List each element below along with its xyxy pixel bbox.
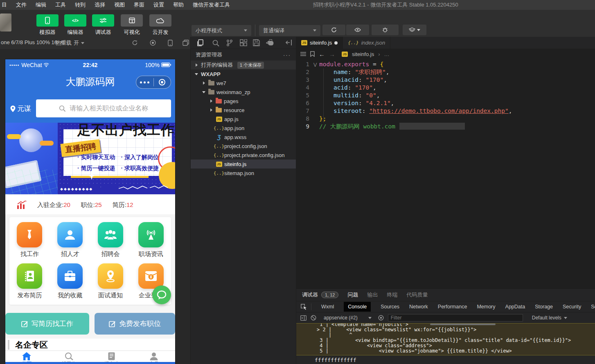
devtab-memory[interactable]: Memory [477,304,495,310]
menu-item-wechat-devtools[interactable]: 微信开发者工具 [193,1,230,9]
log-levels-select[interactable]: Default levels [532,315,567,321]
menu-item-partial[interactable]: 目 [2,1,7,9]
menu-item-file[interactable]: 文件 [16,1,27,9]
menu-item-view[interactable]: 视图 [114,1,125,9]
compile-mode-select[interactable]: 普通编译 [259,25,320,36]
tree-file-app-wxss[interactable]: Ʒ app.wxss [191,133,296,142]
outline-icon[interactable] [300,52,306,56]
device-frame-icon[interactable] [168,40,173,46]
collapse-sidebar-icon[interactable] [286,39,293,46]
devtab-sources[interactable]: Sources [381,304,399,310]
nav-forward-icon[interactable]: → [329,51,335,58]
problem-count-badge: 1, 12 [321,292,338,298]
menu-item-goto[interactable]: 转到 [75,1,86,9]
devtab-network[interactable]: Network [409,304,428,310]
more-actions-icon[interactable]: ··· [283,52,291,58]
menu-item-help[interactable]: 帮助 [173,1,184,9]
devtab-appdata[interactable]: AppData [505,304,525,310]
menu-item-interface[interactable]: 界面 [134,1,144,9]
tab-terminal[interactable]: 终端 [387,291,397,299]
grid-item-interview-notice[interactable]: 面试通知 [90,263,131,305]
teapot-icon[interactable] [266,39,274,46]
write-resume-button[interactable]: 写简历找工作 [5,313,89,335]
more-icon[interactable] [136,81,153,83]
files-icon[interactable] [196,39,204,47]
tree-folder-pages[interactable]: pages [191,97,296,106]
eye-target-icon[interactable] [378,315,384,321]
nav-back-icon[interactable]: ← [319,51,325,58]
chat-float-button[interactable] [152,285,171,304]
open-editors-section[interactable]: 打开的编辑器 1 个未保存 [191,61,296,70]
grid-item-recruit[interactable]: 招人才 [50,222,90,263]
tree-folder-weixinmao-zp[interactable]: weixinmao_zp [191,88,296,97]
menu-item-settings[interactable]: 设置 [153,1,164,9]
visualizer-toggle-button[interactable]: 可视化 [119,14,144,36]
grid-item-post-resume[interactable]: 发布简历 [9,263,50,305]
banner-carousel[interactable]: 足不出户找工作 直播招聘 · 实时聊天互动 · 深入了解岗位 · 简历一键投递 … [5,123,175,194]
console-filter-input[interactable] [388,314,523,321]
tree-folder-we7[interactable]: we7 [191,79,296,88]
devtab-storage[interactable]: Storage [535,304,553,310]
breadcrumb-more[interactable]: … [384,51,390,57]
globe-illustration [19,128,43,152]
menu-item-tools[interactable]: 工具 [55,1,66,9]
mode-select[interactable]: 小程序模式 [192,25,251,36]
grid-item-job-fair[interactable]: 招聘会 [90,222,131,263]
capsule-menu[interactable] [136,76,171,89]
grid-item-career-news[interactable]: 职场资讯 [131,222,171,263]
devtab-wxml[interactable]: Wxml [321,304,334,310]
clock: 22:42 [5,62,175,68]
clear-console-icon[interactable] [311,315,316,321]
inspect-icon[interactable] [300,303,311,310]
grid-item-favorites[interactable]: 我的收藏 [50,263,90,305]
tree-file-project-config[interactable]: {..} project.config.json [191,142,296,151]
tab-debugger[interactable]: 调试器1, 12 [302,291,338,299]
tree-file-siteinfo-js[interactable]: JS siteinfo.js [191,160,296,169]
bookmark-icon[interactable] [310,51,315,57]
show-sidebar-icon[interactable] [300,315,307,321]
code-editor[interactable]: 1⋁module.exports = { 2 name: "求职招聘", 3 u… [296,59,595,130]
tree-file-project-private-config[interactable]: {..} project.private.config.json [191,151,296,160]
context-select[interactable]: appservice (#2) [324,315,372,321]
device-select[interactable]: one 6/7/8 Plus 100% 16 [1,39,63,45]
devtab-console[interactable]: Console [344,302,371,312]
user-avatar[interactable] [0,13,11,31]
tree-file-app-json[interactable]: {..} app.json [191,124,296,133]
search-input[interactable]: 请输入相关职位或企业名称 [36,99,171,117]
console-warning-block: 1 | <template name="njoblist"> > 2 | <vi… [296,323,595,355]
search-icon [48,352,90,360]
multi-window-icon[interactable] [183,40,189,46]
hot-reload-toggle[interactable]: 热重载 开 [56,39,84,47]
simulator-toggle-button[interactable]: 模拟器 [35,14,60,36]
editor-toggle-button[interactable]: </> 编辑器 [63,14,88,36]
tree-folder-resource[interactable]: resource [191,106,296,115]
debugger-toggle-button[interactable]: 调试器 [91,14,115,36]
tab-problems[interactable]: 问题 [347,291,358,299]
git-icon[interactable] [226,39,233,47]
close-target-icon[interactable] [154,79,171,85]
restart-icon[interactable] [132,40,138,46]
tree-file-app-js[interactable]: JS app.js [191,115,296,124]
tab-index-json[interactable]: {..} index.json [343,37,390,49]
menu-item-select[interactable]: 选择 [95,1,105,9]
save-icon[interactable] [253,39,260,46]
search-icon[interactable] [212,39,219,47]
tab-siteinfo-js[interactable]: JS siteinfo.js [296,37,343,49]
menu-item-edit[interactable]: 编辑 [36,1,46,9]
horizontal-scrollbar[interactable] [430,324,496,325]
devtab-sensor[interactable]: Sensor [591,304,595,310]
devtab-security[interactable]: Security [563,304,581,310]
devtab-performance[interactable]: Performance [438,304,467,310]
tab-code-quality[interactable]: 代码质量 [406,291,428,299]
project-root[interactable]: WXAPP [191,70,296,79]
grid-item-find-job[interactable]: 找工作 [9,222,50,263]
extensions-icon[interactable] [240,39,247,47]
tree-file-sitemap-json[interactable]: {..} sitemap.json [191,169,296,178]
location-picker[interactable]: 元谋 [10,104,31,113]
section-title: 名企专区 [15,339,48,351]
banner-slide-prev [5,123,58,194]
tab-output[interactable]: 输出 [367,291,378,299]
cloud-dev-button[interactable]: 云开发 [148,14,173,36]
post-job-button[interactable]: 免费发布职位 [95,313,175,335]
record-icon[interactable] [150,40,156,46]
